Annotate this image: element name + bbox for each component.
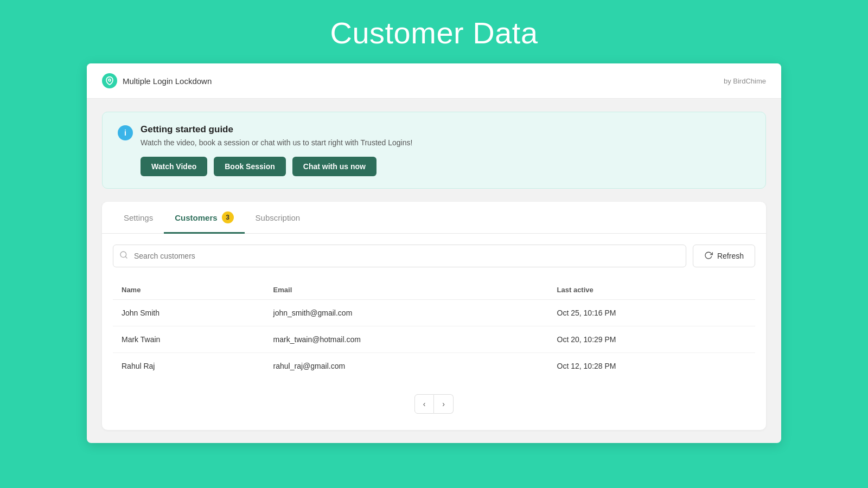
customers-table: Name Email Last active John Smith john_s… <box>113 280 755 379</box>
table-row: Rahul Raj rahul_raj@gmail.com Oct 12, 10… <box>113 353 755 380</box>
watch-video-button[interactable]: Watch Video <box>141 157 207 176</box>
guide-subtitle: Watch the video, book a session or chat … <box>141 138 750 147</box>
tab-settings[interactable]: Settings <box>113 202 164 234</box>
next-page-button[interactable]: › <box>434 394 454 414</box>
table-section: Refresh Name Email Last active John Smit… <box>102 234 766 430</box>
col-name: Name <box>113 280 265 300</box>
by-label: by BirdChime <box>724 77 766 85</box>
cell-email: rahul_raj@gmail.com <box>265 353 548 380</box>
search-input[interactable] <box>113 245 686 267</box>
page-title: Customer Data <box>0 15 868 50</box>
search-icon <box>119 251 128 261</box>
search-bar-row: Refresh <box>113 245 755 267</box>
cell-last-active: Oct 12, 10:28 PM <box>548 353 755 380</box>
chat-now-button[interactable]: Chat with us now <box>292 157 376 176</box>
tabs-header: Settings Customers 3 Subscription <box>102 202 766 234</box>
guide-title: Getting started guide <box>141 124 750 135</box>
tab-subscription-label: Subscription <box>256 213 301 222</box>
pagination: ‹ › <box>113 394 755 414</box>
svg-line-2 <box>125 256 127 258</box>
tab-subscription[interactable]: Subscription <box>245 202 311 234</box>
table-row: John Smith john_smith@gmail.com Oct 25, … <box>113 300 755 326</box>
svg-point-0 <box>108 79 111 81</box>
cell-name: John Smith <box>113 300 265 326</box>
app-icon <box>102 73 117 88</box>
refresh-button[interactable]: Refresh <box>693 245 755 267</box>
tabs-container: Settings Customers 3 Subscription <box>102 202 766 430</box>
page-title-area: Customer Data <box>0 0 868 63</box>
col-email: Email <box>265 280 548 300</box>
guide-card: i Getting started guide Watch the video,… <box>102 112 766 189</box>
prev-page-button[interactable]: ‹ <box>414 394 434 414</box>
cell-name: Rahul Raj <box>113 353 265 380</box>
info-icon: i <box>118 125 133 140</box>
table-row: Mark Twain mark_twain@hotmail.com Oct 20… <box>113 326 755 353</box>
tab-settings-label: Settings <box>124 213 153 222</box>
tab-customers-label: Customers <box>175 213 217 222</box>
app-name: Multiple Login Lockdown <box>123 76 212 86</box>
cell-name: Mark Twain <box>113 326 265 353</box>
top-bar: Multiple Login Lockdown by BirdChime <box>87 63 781 99</box>
customers-badge: 3 <box>222 211 234 223</box>
guide-content: Getting started guide Watch the video, b… <box>141 124 750 176</box>
book-session-button[interactable]: Book Session <box>214 157 286 176</box>
guide-buttons: Watch Video Book Session Chat with us no… <box>141 157 750 176</box>
refresh-label: Refresh <box>717 252 744 260</box>
cell-last-active: Oct 25, 10:16 PM <box>548 300 755 326</box>
cell-email: john_smith@gmail.com <box>265 300 548 326</box>
search-wrapper <box>113 245 686 267</box>
cell-email: mark_twain@hotmail.com <box>265 326 548 353</box>
tab-customers[interactable]: Customers 3 <box>164 202 244 234</box>
main-content: i Getting started guide Watch the video,… <box>87 99 781 443</box>
refresh-icon <box>704 251 713 261</box>
app-container: Multiple Login Lockdown by BirdChime i G… <box>87 63 781 443</box>
col-last-active: Last active <box>548 280 755 300</box>
top-bar-left: Multiple Login Lockdown <box>102 73 212 88</box>
cell-last-active: Oct 20, 10:29 PM <box>548 326 755 353</box>
